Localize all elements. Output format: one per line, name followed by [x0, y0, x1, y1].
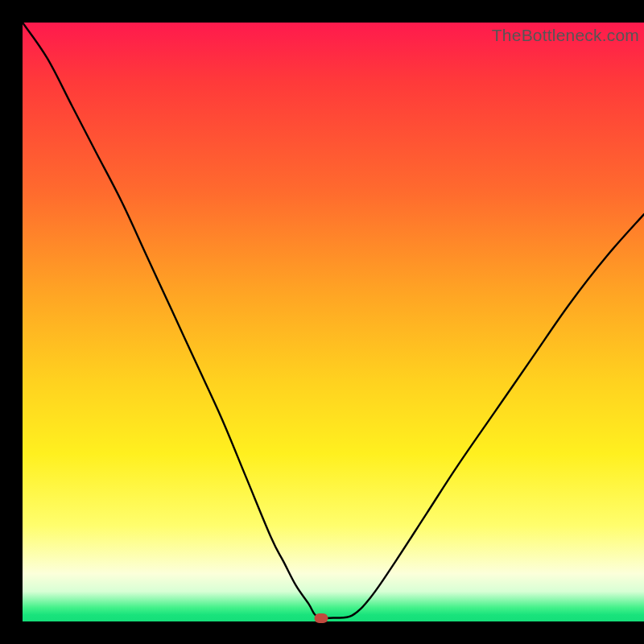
plot-area: TheBottleneck.com: [23, 23, 644, 621]
bottleneck-curve: [23, 23, 644, 618]
chart-frame: TheBottleneck.com: [0, 0, 644, 644]
curve-layer: [23, 23, 644, 621]
optimum-marker: [314, 613, 328, 623]
